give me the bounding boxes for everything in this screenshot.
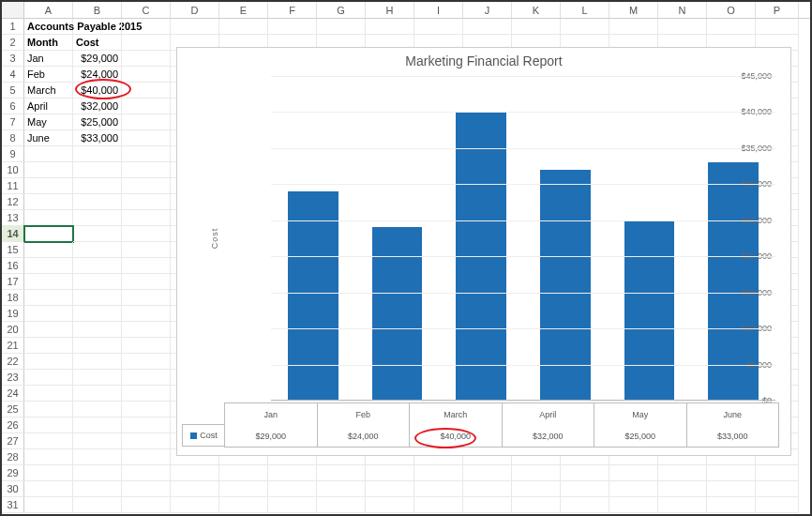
cell[interactable] <box>512 19 561 35</box>
row-header[interactable]: 29 <box>2 465 24 481</box>
cell[interactable] <box>122 354 171 370</box>
cell[interactable] <box>73 194 122 210</box>
cell[interactable] <box>561 19 609 35</box>
cell[interactable] <box>73 449 122 465</box>
cell[interactable] <box>561 465 609 481</box>
row-header[interactable]: 13 <box>2 210 24 226</box>
cell[interactable] <box>658 497 707 513</box>
cell[interactable] <box>122 274 171 290</box>
cell[interactable] <box>73 338 122 354</box>
row-header[interactable]: 9 <box>2 146 24 162</box>
cell[interactable] <box>317 465 366 481</box>
cell[interactable] <box>122 386 171 402</box>
cell[interactable] <box>122 35 171 51</box>
column-header[interactable]: C <box>122 2 171 18</box>
row-header[interactable]: 3 <box>2 51 24 67</box>
cell[interactable] <box>122 226 171 242</box>
cell[interactable] <box>122 130 171 146</box>
cell[interactable] <box>609 465 658 481</box>
row-header[interactable]: 20 <box>2 322 24 338</box>
column-header[interactable]: M <box>609 2 658 18</box>
row-header[interactable]: 25 <box>2 402 24 417</box>
cell[interactable] <box>414 19 463 35</box>
cell[interactable] <box>414 497 463 513</box>
row-header[interactable]: 11 <box>2 178 24 194</box>
column-header[interactable]: I <box>414 2 463 18</box>
row-header[interactable]: 24 <box>2 386 24 402</box>
cell[interactable] <box>73 322 122 338</box>
cell[interactable] <box>122 449 171 465</box>
cell[interactable] <box>24 386 73 402</box>
cell[interactable] <box>366 465 414 481</box>
column-header[interactable]: F <box>268 2 317 18</box>
cell[interactable] <box>122 370 171 386</box>
cell[interactable] <box>73 290 122 306</box>
bar[interactable] <box>288 191 338 401</box>
cell[interactable]: Month <box>24 35 73 51</box>
column-header[interactable]: G <box>317 2 366 18</box>
cell[interactable] <box>24 449 73 465</box>
cell[interactable] <box>73 465 122 481</box>
row-header[interactable]: 27 <box>2 433 24 449</box>
cell[interactable] <box>463 497 512 513</box>
cell[interactable] <box>707 465 756 481</box>
cell[interactable] <box>24 322 73 338</box>
cell[interactable] <box>73 226 122 242</box>
cell[interactable] <box>24 481 73 497</box>
cell[interactable] <box>24 258 73 274</box>
cell[interactable] <box>707 481 756 497</box>
row-header[interactable]: 15 <box>2 242 24 258</box>
cell[interactable] <box>24 146 73 162</box>
cell[interactable] <box>219 481 268 497</box>
cell[interactable] <box>658 465 707 481</box>
cell[interactable] <box>24 370 73 386</box>
chart-container[interactable]: Marketing Financial Report Cost $0$5,000… <box>176 47 791 456</box>
bar[interactable] <box>540 170 591 401</box>
cell[interactable] <box>366 497 414 513</box>
cell[interactable] <box>756 19 799 35</box>
cell[interactable] <box>122 178 171 194</box>
cell[interactable] <box>658 19 707 35</box>
cell[interactable] <box>756 465 799 481</box>
cell[interactable] <box>756 481 799 497</box>
row-header[interactable]: 18 <box>2 290 24 306</box>
row-header[interactable]: 1 <box>2 19 24 35</box>
cell[interactable]: April <box>24 99 73 114</box>
cell[interactable] <box>122 497 171 513</box>
cell[interactable] <box>268 481 317 497</box>
column-header[interactable]: H <box>366 2 414 18</box>
column-header[interactable]: L <box>561 2 609 18</box>
cell[interactable] <box>122 99 171 114</box>
cell[interactable] <box>24 497 73 513</box>
cell[interactable] <box>366 19 414 35</box>
row-header[interactable]: 31 <box>2 497 24 513</box>
column-header[interactable]: N <box>658 2 707 18</box>
cell[interactable] <box>24 290 73 306</box>
cell[interactable] <box>73 19 122 35</box>
bar[interactable] <box>624 220 675 401</box>
cell[interactable] <box>122 210 171 226</box>
cell[interactable] <box>171 465 219 481</box>
cell[interactable] <box>122 481 171 497</box>
cell[interactable] <box>756 497 799 513</box>
column-header[interactable]: D <box>171 2 219 18</box>
cell[interactable]: $40,000 <box>73 83 122 99</box>
cell[interactable] <box>512 497 561 513</box>
cell[interactable]: Cost <box>73 35 122 51</box>
cell[interactable]: Feb <box>24 67 73 83</box>
cell[interactable] <box>122 417 171 433</box>
cell[interactable] <box>268 497 317 513</box>
cell[interactable] <box>24 162 73 178</box>
select-all-corner[interactable] <box>2 2 24 18</box>
cell[interactable] <box>73 370 122 386</box>
cell[interactable] <box>24 465 73 481</box>
cell[interactable] <box>122 433 171 449</box>
cell[interactable]: $33,000 <box>73 130 122 146</box>
cell[interactable] <box>73 402 122 417</box>
cell[interactable] <box>609 19 658 35</box>
cell[interactable] <box>24 194 73 210</box>
cell[interactable] <box>171 497 219 513</box>
row-header[interactable]: 30 <box>2 481 24 497</box>
cell[interactable] <box>73 481 122 497</box>
cell[interactable] <box>24 178 73 194</box>
